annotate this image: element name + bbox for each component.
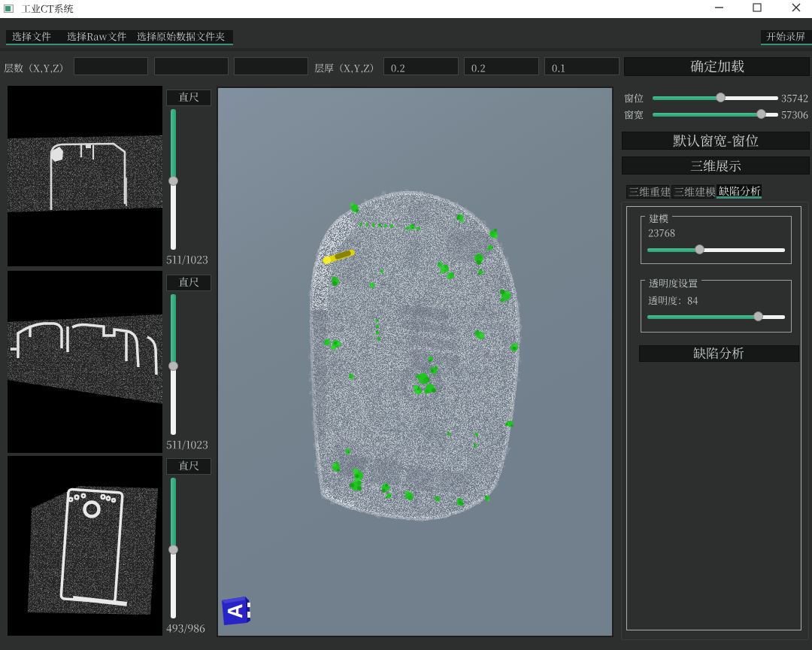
svg-text:A: A — [224, 604, 247, 619]
